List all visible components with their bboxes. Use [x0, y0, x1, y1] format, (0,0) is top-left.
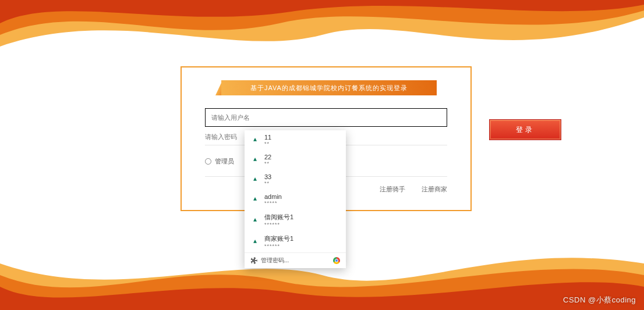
key-icon: ▼	[252, 137, 259, 144]
title-bar: 基于JAVA的成都锦城学院校内订餐系统的实现登录	[215, 80, 437, 95]
autocomplete-footer[interactable]: 管理密码...	[245, 252, 346, 268]
autocomplete-user: 商家账号1	[264, 234, 293, 243]
autocomplete-user: 22	[264, 154, 271, 161]
autocomplete-mask: *****	[264, 200, 282, 206]
watermark: CSDN @小蔡coding	[563, 295, 636, 305]
register-merchant-link[interactable]: 注册商家	[422, 185, 447, 194]
autocomplete-mask: **	[264, 141, 271, 147]
autocomplete-mask: **	[264, 161, 271, 166]
autocomplete-item[interactable]: ▼ 33 **	[245, 170, 346, 190]
autocomplete-item[interactable]: ▼ 11 **	[245, 130, 346, 150]
password-autocomplete-dropdown: ▼ 11 ** ▼ 22 ** ▼ 33 ** ▼ admin ***** ▼ …	[245, 130, 346, 268]
autocomplete-mask: **	[264, 180, 271, 186]
key-icon: ▼	[252, 196, 259, 203]
page-title: 基于JAVA的成都锦城学院校内订餐系统的实现登录	[221, 80, 437, 95]
autocomplete-user: 11	[264, 134, 271, 141]
gear-icon	[250, 257, 257, 264]
bg-top-swoosh	[0, 0, 644, 70]
key-icon: ▼	[252, 176, 259, 183]
login-button[interactable]: 登录	[489, 119, 561, 140]
autocomplete-item[interactable]: ▼ 商家账号1 ******	[245, 231, 346, 252]
radio-icon	[205, 158, 211, 165]
role-radio-admin[interactable]: 管理员	[205, 157, 234, 166]
register-rider-link[interactable]: 注册骑手	[380, 185, 405, 194]
autocomplete-item[interactable]: ▼ 借阅账号1 ******	[245, 209, 346, 231]
autocomplete-user: admin	[264, 193, 282, 200]
chrome-icon	[333, 257, 340, 264]
autocomplete-mask: ******	[264, 222, 293, 227]
autocomplete-mask: ******	[264, 243, 293, 249]
password-label: 请输入密码	[205, 133, 246, 141]
key-icon: ▼	[252, 156, 259, 163]
role-label: 管理员	[215, 157, 234, 166]
autocomplete-user: 33	[264, 173, 271, 180]
key-icon: ▼	[252, 238, 259, 245]
login-button-label: 登录	[516, 125, 535, 135]
autocomplete-item[interactable]: ▼ admin *****	[245, 190, 346, 209]
username-input[interactable]	[205, 108, 447, 127]
autocomplete-user: 借阅账号1	[264, 213, 293, 222]
key-icon: ▼	[252, 217, 259, 224]
autocomplete-item[interactable]: ▼ 22 **	[245, 150, 346, 170]
manage-passwords-label: 管理密码...	[261, 256, 289, 265]
